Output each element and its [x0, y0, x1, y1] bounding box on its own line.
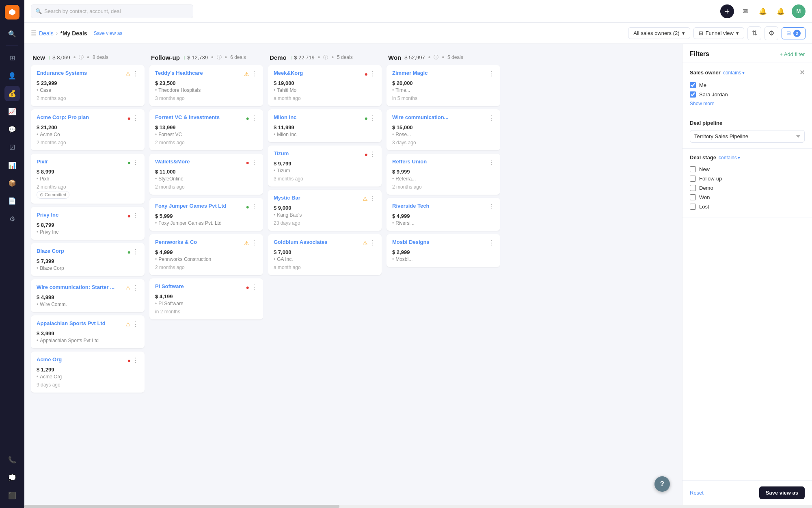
more-icon[interactable]: ⋮ [488, 239, 495, 247]
card-privy-inc[interactable]: Privy Inc ● ⋮ $ 8,799 • Privy Inc [31, 207, 145, 240]
funnel-view-dropdown[interactable]: ⊟ Funnel view ▾ [693, 27, 744, 39]
menu-icon[interactable]: ☰ [31, 29, 37, 37]
card-title[interactable]: Pixlr [37, 158, 127, 165]
more-icon[interactable]: ⋮ [369, 195, 376, 202]
add-button[interactable]: ＋ [720, 4, 734, 18]
card-mosbi[interactable]: Mosbi Designs ⋮ $ 2,999 • Mosbi... [387, 234, 500, 267]
stage-new[interactable]: New [690, 165, 805, 174]
deal-stage-contains-btn[interactable]: contains ▾ [719, 155, 740, 161]
horizontal-scrollbar[interactable] [24, 505, 812, 508]
sidebar-item-reports[interactable]: 📊 [4, 157, 20, 173]
app-logo[interactable] [5, 5, 19, 20]
scrollbar-thumb[interactable] [24, 505, 339, 508]
card-zimmer[interactable]: Zimmer Magic ⋮ $ 20,000 • Time... in 5 m… [387, 65, 500, 106]
card-reffers[interactable]: Reffers Union ⋮ $ 9,999 • Referra... 2 m… [387, 154, 500, 195]
card-title[interactable]: Wallets&More [155, 158, 246, 165]
sidebar-item-search[interactable]: 🔍 [4, 26, 20, 41]
sidebar-item-settings[interactable]: ⚙ [4, 211, 20, 226]
sara-checkbox[interactable] [690, 91, 696, 98]
card-endurance-systems[interactable]: Endurance Systems ⚠ ⋮ $ 23,999 • Case 2 … [31, 65, 145, 106]
breadcrumb-deals[interactable]: Deals [39, 30, 54, 37]
filter-save-view-button[interactable]: Save view as [759, 486, 805, 499]
column-settings-button[interactable]: ⚙ [764, 26, 778, 40]
sidebar-item-messages[interactable]: 💬 [4, 122, 20, 137]
more-icon[interactable]: ⋮ [251, 114, 257, 122]
sales-owner-contains-btn[interactable]: contains ▾ [723, 70, 745, 76]
more-icon[interactable]: ⋮ [369, 150, 376, 158]
card-title[interactable]: Milon Inc [274, 114, 365, 120]
card-teddys[interactable]: Teddy's Healthcare ⚠ ⋮ $ 23,500 • Theodo… [149, 65, 263, 106]
more-icon[interactable]: ⋮ [251, 239, 257, 247]
card-wire-won[interactable]: Wire communication... ⋮ $ 15,000 • Rose.… [387, 109, 500, 150]
card-blaze-corp[interactable]: Blaze Corp ● ⋮ $ 7,399 • Blaze Corp [31, 243, 145, 276]
sidebar-item-phone[interactable]: 📞 [4, 452, 20, 467]
card-forrest-vc[interactable]: Forrest VC & Investments ● ⋮ $ 13,999 • … [149, 109, 263, 150]
filter-button[interactable]: ⊟ 2 [782, 27, 806, 39]
sidebar-item-apps[interactable]: ⬛ [4, 488, 20, 503]
card-riverside[interactable]: Riverside Tech ⋮ $ 4,999 • Riversi... [387, 198, 500, 231]
sales-owner-close[interactable]: ✕ [799, 69, 805, 76]
stage-demo[interactable]: Demo [690, 183, 805, 193]
card-title[interactable]: Acme Corp: Pro plan [37, 114, 127, 120]
more-icon[interactable]: ⋮ [369, 114, 376, 122]
sales-owner-me[interactable]: Me [690, 80, 805, 90]
help-button[interactable]: ? [654, 476, 670, 492]
stage-new-checkbox[interactable] [690, 166, 696, 172]
sidebar-item-contacts[interactable]: 👤 [4, 68, 20, 83]
card-title[interactable]: Forrest VC & Investments [155, 114, 246, 120]
col-info-new[interactable]: ⓘ [79, 54, 84, 61]
more-icon[interactable]: ⋮ [132, 70, 139, 78]
more-icon[interactable]: ⋮ [369, 239, 376, 247]
sidebar-item-analytics[interactable]: 📈 [4, 104, 20, 119]
card-title[interactable]: Reffers Union [392, 158, 488, 165]
card-title[interactable]: Pi Software [155, 283, 246, 289]
card-title[interactable]: Privy Inc [37, 212, 127, 218]
card-title[interactable]: Goldblum Associates [274, 239, 363, 245]
card-acme-org[interactable]: Acme Org ● ⋮ $ 1,299 • Acme Org 9 days a… [31, 352, 145, 393]
card-title[interactable]: Pennworks & Co [155, 239, 244, 245]
stage-demo-checkbox[interactable] [690, 185, 696, 191]
card-title[interactable]: Endurance Systems [37, 70, 125, 76]
more-icon[interactable]: ⋮ [251, 70, 257, 78]
sidebar-item-documents[interactable]: 📄 [4, 193, 20, 208]
card-wallets[interactable]: Wallets&More ● ⋮ $ 11,000 • StyleOnline … [149, 154, 263, 195]
card-title[interactable]: Zimmer Magic [392, 70, 488, 76]
card-pi-software[interactable]: Pi Software ● ⋮ $ 4,199 • Pi Software in… [149, 278, 263, 319]
card-title[interactable]: Meek&Korg [274, 70, 365, 76]
sidebar-item-chat[interactable]: 💭 [4, 470, 20, 485]
stage-lost[interactable]: Lost [690, 202, 805, 211]
avatar[interactable]: M [792, 4, 806, 18]
save-view-as-button[interactable]: Save view as [91, 29, 125, 37]
col-info-demo[interactable]: ⓘ [323, 54, 328, 61]
more-icon[interactable]: ⋮ [488, 70, 495, 78]
sales-owners-dropdown[interactable]: All sales owners (2) ▾ [628, 27, 690, 39]
more-icon[interactable]: ⋮ [132, 356, 139, 364]
show-more-button[interactable]: Show more [690, 99, 805, 108]
card-title[interactable]: Acme Org [37, 356, 127, 363]
email-button[interactable]: ✉ [738, 4, 752, 18]
card-appalachian[interactable]: Appalachian Sports Pvt Ltd ⚠ ⋮ $ 3,999 •… [31, 315, 145, 348]
more-icon[interactable]: ⋮ [488, 114, 495, 122]
sidebar-item-deals[interactable]: 💰 [4, 86, 20, 101]
more-icon[interactable]: ⋮ [488, 158, 495, 166]
card-title[interactable]: Appalachian Sports Pvt Ltd [37, 320, 125, 326]
sort-button[interactable]: ⇅ [747, 26, 761, 40]
more-icon[interactable]: ⋮ [132, 284, 139, 292]
stage-followup-checkbox[interactable] [690, 176, 696, 182]
pipeline-select[interactable]: Territory Sales Pipeline Main Pipeline [690, 130, 805, 143]
card-title[interactable]: Riverside Tech [392, 203, 488, 209]
card-title[interactable]: Blaze Corp [37, 248, 127, 254]
card-acme-pro[interactable]: Acme Corp: Pro plan ● ⋮ $ 21,200 • Acme … [31, 109, 145, 150]
notifications-button[interactable]: 🔔 [756, 4, 770, 18]
sidebar-item-products[interactable]: 📦 [4, 175, 20, 191]
col-info-won[interactable]: ⓘ [434, 54, 438, 61]
stage-followup[interactable]: Follow-up [690, 174, 805, 183]
sidebar-item-home[interactable]: ⊞ [4, 50, 20, 65]
col-info-followup[interactable]: ⓘ [217, 54, 222, 61]
more-icon[interactable]: ⋮ [132, 114, 139, 122]
card-mystic-bar[interactable]: Mystic Bar ⚠ ⋮ $ 9,000 • Kang Bae's 23 d… [268, 190, 382, 231]
me-checkbox[interactable] [690, 82, 696, 88]
card-title[interactable]: Teddy's Healthcare [155, 70, 244, 76]
card-title[interactable]: Mosbi Designs [392, 239, 488, 245]
more-icon[interactable]: ⋮ [251, 203, 257, 211]
